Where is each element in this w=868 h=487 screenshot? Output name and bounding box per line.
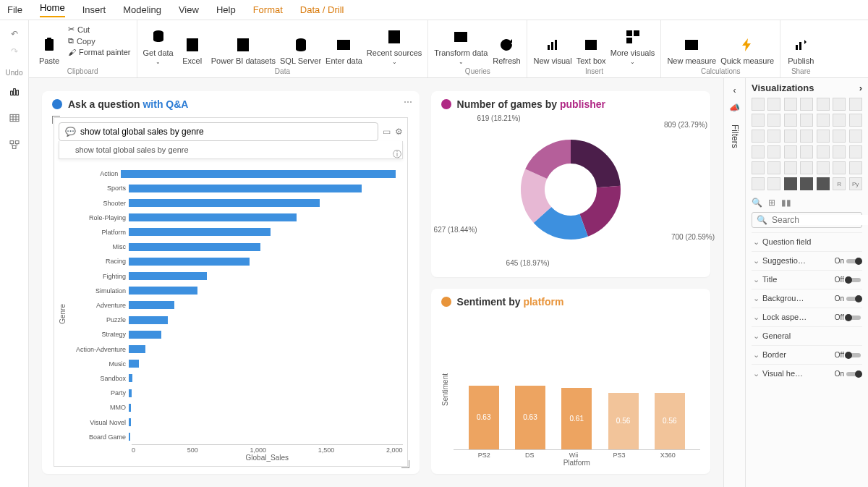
viz-type-icon[interactable]: [767, 145, 780, 158]
viz-type-icon[interactable]: [833, 161, 846, 174]
viz-type-icon[interactable]: [752, 161, 765, 174]
viz-type-icon[interactable]: [817, 98, 830, 111]
viz-type-icon[interactable]: [752, 145, 765, 158]
qna-suggestion[interactable]: show total global sales by genre: [59, 141, 403, 159]
menu-view[interactable]: View: [179, 4, 199, 15]
collapse-icon[interactable]: ‹: [733, 85, 736, 96]
search-icon[interactable]: 🔍: [752, 198, 762, 208]
viz-type-icon[interactable]: [800, 98, 813, 111]
viz-type-icon[interactable]: [849, 114, 862, 127]
sentiment-visual[interactable]: Sentiment by platform Sentiment 0.630.63…: [431, 289, 710, 475]
viz-type-icon[interactable]: [784, 161, 797, 174]
property-row[interactable]: ⌄BorderOff: [752, 345, 862, 364]
viz-search[interactable]: 🔍: [752, 212, 862, 228]
enter-data-button[interactable]: Enter data: [326, 23, 362, 65]
viz-type-icon[interactable]: [800, 177, 813, 190]
viz-type-icon[interactable]: [833, 114, 846, 127]
viz-type-icon[interactable]: [817, 130, 830, 143]
menu-home[interactable]: Home: [40, 2, 65, 17]
viz-search-field[interactable]: [772, 215, 868, 225]
viz-type-icon[interactable]: [817, 177, 830, 190]
info-icon[interactable]: ⓘ: [393, 148, 401, 161]
menu-datadrill[interactable]: Data / Drill: [300, 4, 344, 15]
viz-type-icon[interactable]: [833, 98, 846, 111]
toggle[interactable]: On: [835, 257, 861, 265]
property-row[interactable]: ⌄Question field: [752, 232, 862, 251]
publisher-visual[interactable]: Number of games by publisher 809 (23.79%…: [431, 91, 710, 277]
publish-button[interactable]: Publish: [786, 23, 815, 65]
gear-icon[interactable]: ⚙: [395, 127, 403, 137]
menu-insert[interactable]: Insert: [82, 4, 106, 15]
sql-server-button[interactable]: SQL Server: [280, 23, 321, 65]
menu-modeling[interactable]: Modeling: [123, 4, 161, 15]
viz-type-icon[interactable]: [800, 130, 813, 143]
new-visual-button[interactable]: New visual: [533, 23, 571, 65]
transform-data-button[interactable]: Transform data⌄: [434, 23, 488, 65]
menu-file[interactable]: File: [7, 4, 22, 15]
viz-type-icon[interactable]: [800, 145, 813, 158]
viz-type-icon[interactable]: [833, 130, 846, 143]
toggle[interactable]: On: [835, 295, 861, 302]
viz-type-icon[interactable]: [784, 177, 797, 190]
property-row[interactable]: ⌄Suggestio…On: [752, 251, 862, 270]
viz-type-icon[interactable]: [817, 145, 830, 158]
menu-help[interactable]: Help: [216, 4, 236, 15]
model-view-icon[interactable]: [9, 139, 20, 153]
viz-type-icon[interactable]: [752, 130, 765, 143]
data-view-icon[interactable]: [9, 112, 20, 126]
viz-type-icon[interactable]: [849, 161, 862, 174]
filters-tab[interactable]: Filters: [730, 124, 740, 148]
property-row[interactable]: ⌄TitleOff: [752, 270, 862, 289]
viz-type-icon[interactable]: R: [833, 177, 846, 190]
quick-measure-button[interactable]: Quick measure: [720, 23, 774, 65]
format-icon[interactable]: ▮▮: [781, 198, 791, 208]
viz-type-icon[interactable]: [849, 98, 862, 111]
excel-button[interactable]: Excel: [178, 23, 207, 65]
viz-type-icon[interactable]: [817, 114, 830, 127]
viz-type-icon[interactable]: [784, 114, 797, 127]
viz-type-icon[interactable]: [767, 161, 780, 174]
property-row[interactable]: ⌄Backgrou…On: [752, 289, 862, 308]
more-visuals-button[interactable]: More visuals⌄: [610, 23, 655, 65]
qna-visual[interactable]: ⋯ Ask a question with Q&A 💬 ▭ ⚙ show tot…: [42, 91, 420, 474]
pbi-datasets-button[interactable]: Power BI datasets: [211, 23, 276, 65]
get-data-button[interactable]: Get data⌄: [143, 23, 174, 65]
viz-type-icon[interactable]: [767, 177, 780, 190]
toggle[interactable]: Off: [835, 351, 861, 359]
expand-icon[interactable]: ›: [859, 82, 862, 93]
recent-sources-button[interactable]: Recent sources⌄: [367, 23, 422, 65]
viz-type-icon[interactable]: [784, 98, 797, 111]
cut-button[interactable]: ✂Cut: [68, 25, 131, 34]
toggle[interactable]: On: [835, 370, 861, 378]
refresh-button[interactable]: Refresh: [492, 23, 521, 65]
viz-type-icon[interactable]: [849, 145, 862, 158]
property-row[interactable]: ⌄Lock aspe…Off: [752, 308, 862, 326]
menu-format[interactable]: Format: [253, 4, 283, 15]
viz-type-icon[interactable]: [767, 114, 780, 127]
toggle[interactable]: Off: [835, 313, 861, 321]
viz-type-icon[interactable]: [800, 114, 813, 127]
text-box-button[interactable]: Text box: [576, 23, 606, 65]
redo-icon[interactable]: ↷: [11, 46, 18, 56]
viz-type-icon[interactable]: [849, 130, 862, 143]
property-row[interactable]: ⌄Visual he…On: [752, 364, 862, 383]
viz-type-icon[interactable]: [800, 161, 813, 174]
viz-type-icon[interactable]: [833, 145, 846, 158]
announce-icon[interactable]: 📣: [729, 103, 740, 113]
paste-button[interactable]: Paste: [35, 23, 64, 65]
viz-type-icon[interactable]: [767, 98, 780, 111]
fields-icon[interactable]: ⊞: [768, 198, 775, 208]
undo-icon[interactable]: ↶: [11, 29, 18, 39]
viz-type-icon[interactable]: [752, 177, 765, 190]
more-options-icon[interactable]: ⋯: [404, 97, 412, 107]
viz-type-icon[interactable]: Py: [849, 177, 862, 190]
viz-type-icon[interactable]: [767, 130, 780, 143]
viz-type-icon[interactable]: [752, 114, 765, 127]
viz-type-icon[interactable]: [817, 161, 830, 174]
property-row[interactable]: ⌄General: [752, 326, 862, 345]
viz-type-icon[interactable]: [784, 145, 797, 158]
copy-button[interactable]: ⧉Copy: [68, 36, 131, 46]
report-view-icon[interactable]: [9, 85, 20, 99]
format-painter-button[interactable]: 🖌Format painter: [68, 48, 131, 56]
new-measure-button[interactable]: New measure: [667, 23, 716, 65]
